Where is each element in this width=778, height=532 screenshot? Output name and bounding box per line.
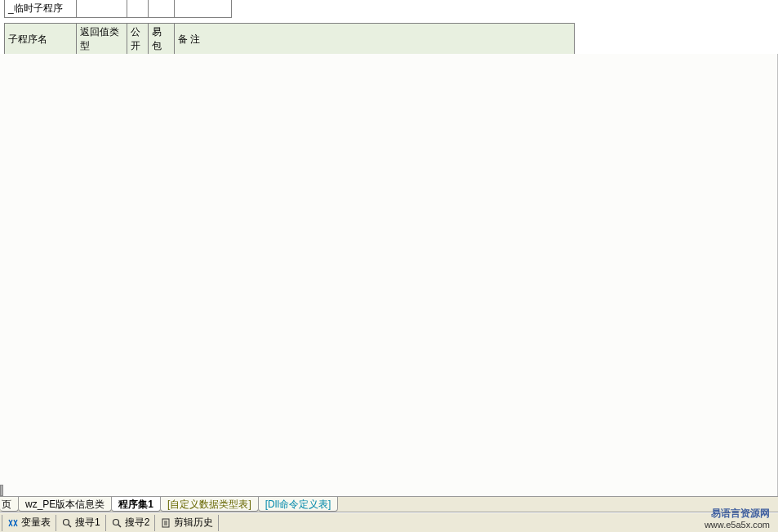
- header-ret: 返回值类型: [77, 24, 127, 55]
- tab-program-set-1[interactable]: 程序集1: [111, 497, 161, 512]
- partial-empty-4[interactable]: [175, 0, 232, 18]
- tab-pe-version-class[interactable]: wz_PE版本信息类: [18, 497, 112, 512]
- tab-dll-commands[interactable]: [Dll命令定义表]: [258, 497, 339, 512]
- bottom-panel: 页 wz_PE版本信息类 程序集1 [自定义数据类型表] [Dll命令定义表] …: [0, 496, 778, 532]
- toolbar-variables-label: 变量表: [21, 516, 51, 530]
- bottom-toolbar: 变量表 搜寻1 搜寻2 剪辑历史 易语言资源网 www.e5a5x.com: [0, 512, 778, 532]
- partial-empty-3[interactable]: [149, 0, 175, 18]
- toolbar-clip-history[interactable]: 剪辑历史: [155, 515, 219, 531]
- scroll-handle[interactable]: [0, 485, 3, 496]
- svg-line-1: [69, 525, 71, 527]
- partial-top-table: _临时子程序: [4, 0, 232, 18]
- partial-row[interactable]: _临时子程序: [5, 0, 232, 18]
- watermark-line1: 易语言资源网: [705, 508, 770, 519]
- toolbar-search-2-label: 搜寻2: [125, 516, 150, 530]
- table-header-row: 子程序名 返回值类型 公开 易包 备 注: [5, 24, 575, 55]
- partial-empty-2[interactable]: [127, 0, 149, 18]
- toolbar-clip-history-label: 剪辑历史: [174, 516, 213, 530]
- watermark: 易语言资源网 www.e5a5x.com: [705, 508, 770, 530]
- variables-icon: [7, 517, 19, 529]
- tab-custom-data-types[interactable]: [自定义数据类型表]: [160, 497, 259, 512]
- toolbar-search-2[interactable]: 搜寻2: [106, 515, 156, 531]
- editor-blank-area[interactable]: [0, 54, 778, 496]
- partial-empty-1[interactable]: [77, 0, 127, 18]
- header-note: 备 注: [175, 24, 575, 55]
- toolbar-search-1-label: 搜寻1: [75, 516, 100, 530]
- header-pkg: 易包: [149, 24, 175, 55]
- header-name: 子程序名: [5, 24, 77, 55]
- partial-name-cell[interactable]: _临时子程序: [5, 0, 77, 18]
- watermark-line2: www.e5a5x.com: [705, 519, 770, 530]
- svg-line-3: [118, 525, 121, 527]
- header-pub: 公开: [127, 24, 149, 55]
- clipboard-icon: [160, 517, 171, 529]
- svg-point-0: [64, 519, 69, 525]
- search-icon: [61, 517, 73, 529]
- svg-point-2: [113, 519, 118, 525]
- search-icon: [111, 517, 122, 529]
- toolbar-search-1[interactable]: 搜寻1: [56, 515, 106, 531]
- tab-partial[interactable]: 页: [0, 497, 19, 512]
- document-tabbar: 页 wz_PE版本信息类 程序集1 [自定义数据类型表] [Dll命令定义表]: [0, 496, 778, 512]
- toolbar-variables[interactable]: 变量表: [2, 515, 56, 531]
